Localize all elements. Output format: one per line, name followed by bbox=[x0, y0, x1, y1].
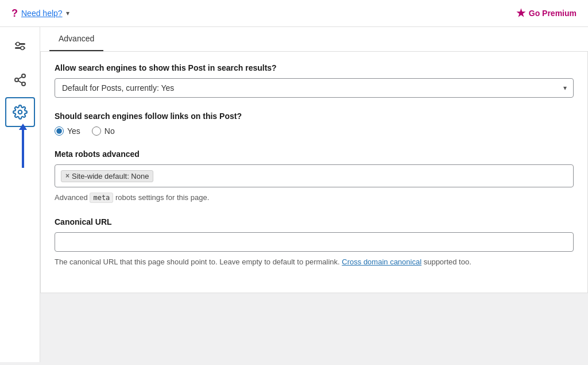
meta-tag-remove-icon[interactable]: × bbox=[65, 172, 69, 180]
canonical-url-label: Canonical URL bbox=[55, 217, 574, 226]
svg-point-3 bbox=[21, 47, 24, 50]
go-premium-link[interactable]: ★ Go Premium bbox=[516, 7, 577, 20]
radio-no-text: No bbox=[105, 126, 115, 136]
meta-tag-label: Site-wide default: None bbox=[72, 172, 149, 180]
meta-robots-label: Meta robots advanced bbox=[55, 149, 574, 159]
canonical-url-description: The canonical URL that this page should … bbox=[55, 256, 574, 268]
svg-line-8 bbox=[18, 77, 22, 79]
search-visibility-label: Allow search engines to show this Post i… bbox=[55, 63, 574, 72]
go-premium-label: Go Premium bbox=[529, 9, 577, 18]
section-follow-links: Should search engines follow links on th… bbox=[55, 112, 574, 136]
svg-point-6 bbox=[22, 82, 25, 86]
section-search-visibility: Allow search engines to show this Post i… bbox=[55, 63, 574, 98]
svg-point-2 bbox=[16, 43, 20, 46]
top-bar-left: ? Need help? ▾ bbox=[11, 7, 69, 20]
sidebar-item-toggle[interactable] bbox=[5, 33, 35, 63]
meta-robots-desc-suffix: robots settings for this page. bbox=[113, 193, 209, 202]
radio-yes-input[interactable] bbox=[55, 126, 64, 136]
sidebar-item-share[interactable] bbox=[5, 65, 35, 95]
cross-domain-canonical-link[interactable]: Cross domain canonical bbox=[342, 258, 421, 266]
meta-robots-tag: × Site-wide default: None bbox=[61, 170, 153, 182]
section-canonical-url: Canonical URL The canonical URL that thi… bbox=[55, 217, 574, 268]
star-icon: ★ bbox=[516, 7, 525, 20]
share-icon bbox=[13, 73, 27, 87]
meta-code: meta bbox=[90, 193, 113, 203]
top-bar: ? Need help? ▾ ★ Go Premium bbox=[0, 0, 588, 27]
chevron-down-icon[interactable]: ▾ bbox=[66, 9, 69, 17]
meta-robots-desc-prefix: Advanced bbox=[55, 193, 90, 202]
need-help-link[interactable]: Need help? bbox=[21, 9, 63, 18]
svg-point-9 bbox=[18, 110, 22, 114]
radio-no-label[interactable]: No bbox=[92, 126, 115, 136]
svg-point-4 bbox=[22, 74, 25, 78]
canonical-desc-prefix: The canonical URL that this page should … bbox=[55, 258, 342, 266]
radio-yes-label[interactable]: Yes bbox=[55, 126, 80, 136]
panel: Allow search engines to show this Post i… bbox=[40, 52, 588, 293]
radio-no-input[interactable] bbox=[92, 126, 101, 136]
settings-gear-icon bbox=[13, 105, 28, 120]
content-area: Advanced Allow search engines to show th… bbox=[40, 27, 588, 362]
canonical-url-input[interactable] bbox=[55, 232, 574, 252]
canonical-desc-suffix: supported too. bbox=[421, 258, 471, 266]
meta-robots-input[interactable]: × Site-wide default: None bbox=[55, 164, 574, 187]
main-layout: Advanced Allow search engines to show th… bbox=[0, 27, 588, 362]
help-circle-icon: ? bbox=[11, 7, 18, 20]
meta-robots-description: Advanced meta robots settings for this p… bbox=[55, 192, 574, 203]
tab-bar: Advanced bbox=[40, 27, 588, 52]
svg-point-5 bbox=[15, 78, 18, 82]
svg-line-7 bbox=[18, 81, 22, 83]
search-visibility-select-wrapper: Default for Posts, currently: Yes Yes No… bbox=[55, 78, 574, 98]
go-premium-area: ★ Go Premium bbox=[516, 7, 577, 20]
follow-links-radio-group: Yes No bbox=[55, 126, 574, 136]
tab-advanced[interactable]: Advanced bbox=[49, 27, 103, 51]
sidebar-item-settings[interactable] bbox=[5, 97, 35, 127]
follow-links-label: Should search engines follow links on th… bbox=[55, 112, 574, 121]
sidebar bbox=[0, 27, 40, 362]
toggle-icon bbox=[13, 40, 28, 55]
search-visibility-select[interactable]: Default for Posts, currently: Yes Yes No bbox=[55, 78, 574, 98]
section-meta-robots: Meta robots advanced × Site-wide default… bbox=[55, 149, 574, 203]
radio-yes-text: Yes bbox=[67, 126, 80, 136]
